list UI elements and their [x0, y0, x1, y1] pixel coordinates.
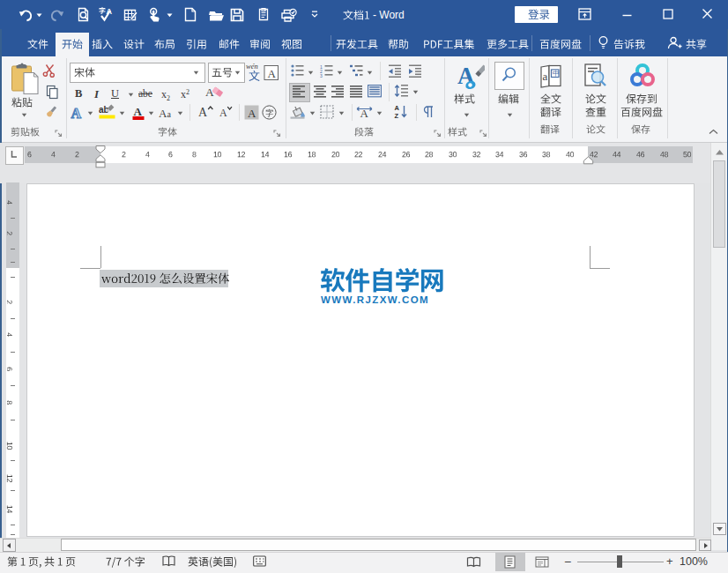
svg-text:a: a [167, 109, 172, 119]
svg-text:A: A [198, 106, 208, 119]
svg-text:A: A [395, 104, 400, 112]
svg-text:A: A [134, 105, 143, 118]
svg-text:wén: wén [246, 62, 258, 71]
svg-text:A: A [219, 107, 227, 119]
svg-text:Z: Z [395, 112, 399, 119]
svg-text:A: A [248, 107, 256, 120]
svg-text:A: A [71, 106, 82, 120]
svg-text:3: 3 [320, 73, 323, 78]
svg-text:A: A [268, 66, 277, 79]
svg-text:中: 中 [553, 70, 560, 78]
svg-text:A: A [159, 107, 167, 119]
svg-text:a: a [543, 70, 548, 83]
